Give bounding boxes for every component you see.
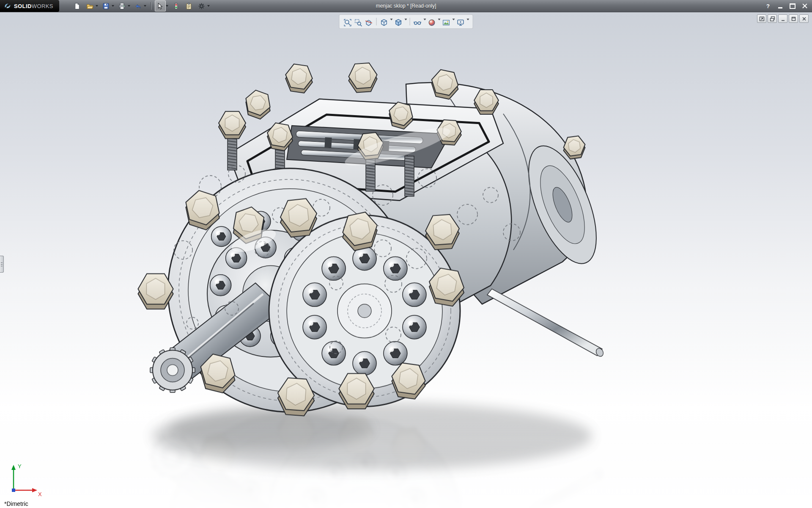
save-button[interactable] — [101, 0, 112, 11]
edit-appearance-caret[interactable] — [438, 19, 441, 22]
3d-scene[interactable] — [0, 12, 812, 508]
standard-toolbar — [72, 0, 211, 11]
doc-restore-button[interactable] — [789, 14, 798, 23]
window-controls: ? — [763, 0, 810, 12]
display-style-icon — [395, 19, 403, 27]
select-arrow-icon — [156, 3, 164, 10]
view-orientation-caret[interactable] — [390, 19, 393, 22]
print-icon — [118, 3, 126, 10]
model-shadow-inner — [169, 409, 372, 449]
select-dropdown-caret[interactable] — [166, 5, 168, 8]
select-tool-button[interactable] — [155, 0, 166, 11]
apply-scene-button[interactable] — [442, 16, 451, 28]
open-button[interactable] — [85, 0, 96, 11]
heads-up-view-toolbar — [339, 14, 473, 29]
view-settings-button[interactable] — [456, 16, 466, 28]
doc-close-button[interactable] — [799, 14, 809, 23]
rebuild-icon — [173, 3, 180, 10]
view-orientation-button[interactable] — [379, 16, 389, 28]
rebuild-button[interactable] — [171, 0, 182, 11]
options-dropdown-caret[interactable] — [207, 5, 210, 8]
reference-triad: Y X — [4, 460, 47, 498]
headsup-separator-2 — [410, 18, 410, 25]
3ds-swirl-icon — [3, 3, 12, 9]
document-window-controls — [757, 14, 809, 23]
headsup-separator — [376, 18, 377, 25]
save-icon — [102, 3, 110, 10]
fullscreen-button[interactable] — [757, 14, 766, 23]
help-button[interactable]: ? — [763, 2, 774, 10]
doc-close-icon — [801, 16, 807, 22]
restore-button[interactable] — [787, 2, 798, 10]
view-settings-icon — [457, 19, 465, 27]
help-icon: ? — [766, 3, 770, 9]
brand-bold: SOLID — [14, 3, 32, 9]
left-panel-collapsed-tab[interactable] — [0, 256, 4, 273]
minimize-icon — [778, 7, 782, 8]
section-view-button[interactable] — [364, 16, 374, 28]
hide-show-items-icon — [414, 19, 422, 27]
fullscreen-icon — [759, 16, 765, 22]
zoom-to-area-icon — [354, 19, 362, 27]
gearbox-model[interactable] — [138, 63, 610, 416]
doc-restore-icon — [791, 16, 796, 22]
graphics-viewport[interactable]: Y X *Dimetric — [0, 12, 812, 508]
doc-minimize-button[interactable] — [778, 14, 787, 23]
open-dropdown-caret[interactable] — [96, 5, 98, 8]
save-dropdown-caret[interactable] — [112, 5, 114, 8]
view-settings-caret[interactable] — [467, 19, 469, 22]
file-properties-icon — [185, 3, 192, 10]
solidworks-window: SOLIDWORKS — [0, 0, 812, 508]
titlebar: SOLIDWORKS — [0, 0, 812, 12]
z-axis-origin — [12, 489, 15, 492]
view-orientation-label: *Dimetric — [4, 500, 28, 507]
zoom-to-fit-icon — [344, 19, 352, 27]
y-axis-arrowhead — [11, 465, 16, 470]
apply-scene-caret[interactable] — [453, 19, 455, 22]
open-folder-icon — [86, 3, 93, 10]
print-button[interactable] — [117, 0, 128, 11]
print-dropdown-caret[interactable] — [128, 5, 130, 8]
window-title: menjac sklop * [Read-only] — [376, 0, 436, 12]
new-document-button[interactable] — [72, 0, 83, 11]
edit-appearance-icon — [428, 19, 436, 27]
close-icon — [802, 3, 807, 8]
view-orientation-icon — [380, 19, 388, 27]
solidworks-logo[interactable]: SOLIDWORKS — [0, 0, 59, 12]
undo-dropdown-caret[interactable] — [144, 5, 146, 8]
new-document-icon — [74, 3, 81, 10]
brand-light: WORKS — [32, 3, 53, 9]
edit-appearance-button[interactable] — [427, 16, 437, 28]
y-axis-label: Y — [18, 463, 22, 469]
hide-show-items-caret[interactable] — [424, 19, 426, 22]
section-view-icon — [365, 19, 373, 27]
minimize-button[interactable] — [775, 2, 786, 10]
toolbar-separator — [151, 2, 151, 10]
file-properties-button[interactable] — [184, 0, 195, 11]
float-window-button[interactable] — [768, 14, 777, 23]
undo-button[interactable] — [133, 0, 144, 11]
restore-icon — [790, 3, 796, 9]
apply-scene-icon — [442, 19, 450, 27]
options-icon — [198, 3, 205, 10]
zoom-to-fit-button[interactable] — [343, 16, 353, 28]
doc-minimize-icon — [780, 16, 786, 22]
hide-show-items-button[interactable] — [413, 16, 422, 28]
close-button[interactable] — [799, 2, 810, 10]
x-axis-label: X — [38, 491, 42, 497]
float-window-icon — [770, 16, 775, 22]
display-style-button[interactable] — [394, 16, 403, 28]
zoom-to-area-button[interactable] — [354, 16, 363, 28]
display-style-caret[interactable] — [405, 19, 407, 22]
undo-icon — [134, 3, 142, 10]
options-button[interactable] — [196, 0, 207, 11]
x-axis-arrowhead — [32, 488, 37, 492]
